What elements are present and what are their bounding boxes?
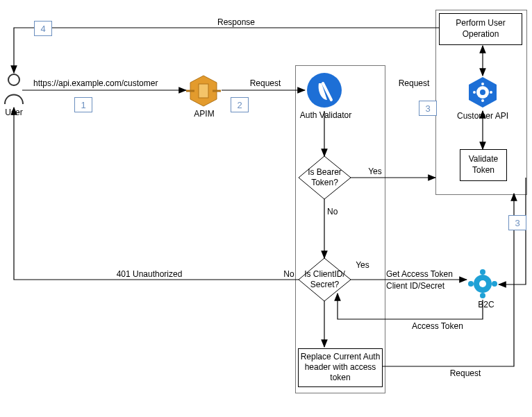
svg-rect-1	[199, 84, 208, 98]
step-1: 1	[74, 97, 92, 112]
perform-user-op-box: Perform User Operation	[439, 13, 522, 45]
get-access-token-label: Get Access Token	[386, 269, 469, 279]
request3-label: Request	[444, 368, 486, 378]
is-clientid-l2: Secret?	[299, 280, 351, 289]
customer-api-label: Customer API	[451, 111, 514, 121]
svg-point-0	[8, 74, 19, 85]
svg-point-16	[492, 281, 497, 287]
b2c-icon	[468, 269, 497, 300]
is-clientid-diamond: Is ClientID/ Secret?	[299, 258, 351, 301]
auth-validator-icon	[306, 72, 342, 110]
client-id-secret-label: Client ID/Secret	[386, 281, 469, 291]
perform-user-op-l1: Perform User	[440, 18, 522, 28]
svg-point-7	[480, 90, 485, 95]
svg-point-10	[473, 91, 476, 94]
yes1-label: Yes	[365, 167, 385, 176]
no2-label: No	[281, 269, 297, 279]
replace-auth-box: Replace Current Auth header with access …	[298, 348, 383, 387]
wires	[0, 0, 532, 417]
step-3a: 3	[419, 101, 437, 116]
apim-label: APIM	[185, 109, 224, 119]
step-3b: 3	[508, 215, 526, 230]
diagram-canvas: User APIM Auth Validator Customer API	[0, 0, 532, 417]
svg-point-14	[480, 293, 485, 298]
validate-token-l2: Token	[460, 165, 506, 175]
customer-api-icon	[466, 76, 499, 111]
perform-user-op-l2: Operation	[440, 29, 522, 39]
access-token-label: Access Token	[403, 321, 472, 331]
step-4: 4	[34, 21, 52, 36]
request2-label: Request	[393, 78, 435, 88]
is-clientid-l1: Is ClientID/	[299, 269, 351, 279]
response-label: Response	[208, 17, 264, 27]
is-bearer-diamond: Is Bearer Token?	[299, 156, 351, 199]
replace-auth-l1: Replace Current Auth	[299, 352, 382, 361]
yes2-label: Yes	[352, 260, 373, 270]
b2c-label: B2C	[472, 300, 500, 309]
replace-auth-l3: token	[299, 373, 382, 382]
is-bearer-l2: Token?	[299, 178, 351, 187]
svg-point-9	[481, 99, 484, 102]
svg-point-13	[480, 269, 485, 275]
apim-icon	[186, 74, 221, 110]
svg-point-8	[481, 83, 484, 85]
unauthorized-label: 401 Unauthorized	[108, 269, 191, 279]
validate-token-box: Validate Token	[460, 149, 507, 181]
svg-point-4	[307, 73, 342, 108]
auth-validator-label: Auth Validator	[294, 110, 357, 120]
is-bearer-l1: Is Bearer	[299, 167, 351, 177]
no1-label: No	[327, 207, 344, 216]
user-label: User	[0, 108, 31, 117]
svg-point-17	[479, 280, 486, 287]
url-label: https://api.example.com/customer	[33, 78, 186, 88]
svg-point-11	[490, 91, 492, 94]
user-icon	[2, 74, 26, 105]
validate-token-l1: Validate	[460, 154, 506, 164]
step-2: 2	[231, 97, 249, 112]
replace-auth-l2: header with access	[299, 362, 382, 372]
request1-label: Request	[244, 78, 286, 88]
